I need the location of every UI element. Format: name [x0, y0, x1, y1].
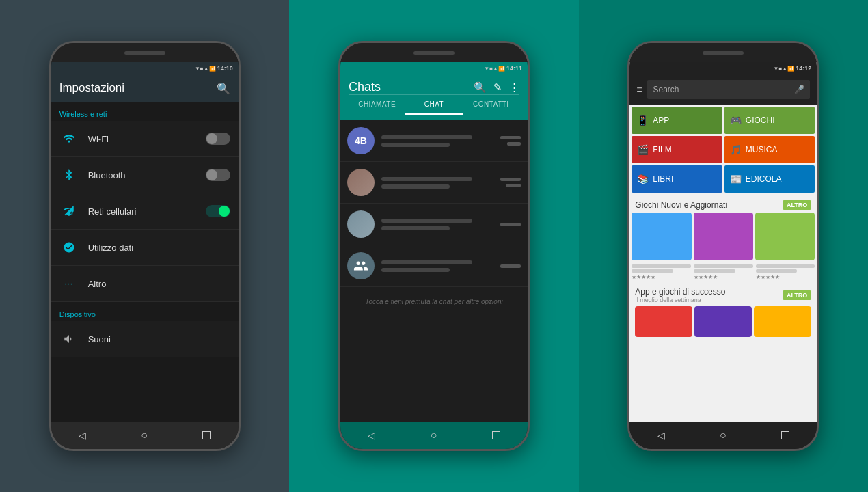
giochi-icon: 🎮 — [730, 115, 742, 126]
app-thumb-2[interactable] — [694, 306, 752, 337]
phone-screen-3: ▼■▲📶 14:12 ≡ Search 🎤 📱 APP — [629, 62, 817, 422]
chat-avatar-4 — [347, 252, 375, 279]
tab-contatti[interactable]: CONTATTI — [463, 95, 519, 115]
chat-line-3a — [381, 219, 472, 223]
app-label: APP — [653, 115, 669, 125]
settings-header: Impostazioni 🔍 — [51, 74, 239, 102]
status-time-2: 14:11 — [506, 65, 522, 72]
giochi-label: GIOCHI — [746, 115, 775, 125]
settings-item-altro[interactable]: ··· Altro — [51, 266, 239, 302]
bottom-nav-2: ◁ ○ — [340, 422, 528, 449]
chats-compose-icon[interactable]: ✎ — [493, 81, 502, 94]
apps-section-title: App e giochi di successo — [635, 287, 725, 297]
chats-body: 4B — [340, 120, 528, 422]
altro-label: Altro — [88, 279, 230, 289]
chats-search-icon[interactable]: 🔍 — [474, 81, 487, 94]
chat-line-2b — [381, 184, 450, 189]
game-stars-1: ★★★★★ — [632, 274, 691, 280]
wifi-toggle[interactable] — [206, 133, 230, 145]
game-item-1[interactable]: ★★★★★ — [632, 264, 691, 280]
home-button-3[interactable]: ○ — [720, 429, 727, 441]
recent-button-1[interactable] — [202, 431, 211, 439]
chat-item-2[interactable] — [340, 162, 528, 204]
apps-section-header-row: App e giochi di successo Il meglio della… — [635, 287, 811, 303]
recent-button-2[interactable] — [492, 431, 500, 439]
back-button-2[interactable]: ◁ — [368, 430, 375, 441]
game-stars-2: ★★★★★ — [694, 274, 753, 280]
chat-content-3 — [381, 219, 495, 230]
home-button-1[interactable]: ○ — [141, 429, 148, 441]
settings-item-wifi[interactable]: Wi-Fi — [51, 121, 239, 157]
store-mic-icon[interactable]: 🎤 — [794, 85, 804, 94]
phone-store: ▼■▲📶 14:12 ≡ Search 🎤 📱 APP — [627, 41, 819, 451]
settings-search-icon[interactable]: 🔍 — [217, 82, 230, 95]
game-line-3b — [756, 269, 798, 273]
libri-label: LIBRI — [653, 174, 673, 184]
phone-top-bar-2 — [340, 43, 528, 62]
games-section-header: Giochi Nuovi e Aggiornati ALTRO — [629, 195, 817, 213]
back-button-3[interactable]: ◁ — [657, 430, 665, 441]
back-button-1[interactable]: ◁ — [79, 430, 86, 441]
category-musica[interactable]: 🎵 MUSICA — [724, 136, 815, 163]
status-bar-2: ▼■▲📶 14:11 — [340, 62, 528, 74]
settings-item-datausage[interactable]: Utilizzo dati — [51, 230, 239, 266]
section-wireless-label: Wireless e reti — [51, 102, 239, 121]
games-altro-button[interactable]: ALTRO — [783, 200, 811, 210]
game-item-3[interactable]: ★★★★★ — [756, 264, 815, 280]
game-thumb-3[interactable] — [755, 213, 815, 260]
chat-meta-3 — [500, 223, 521, 226]
store-search-bar[interactable]: Search 🎤 — [647, 80, 810, 99]
category-edicola[interactable]: 📰 EDICOLA — [724, 165, 815, 193]
tab-chiamate[interactable]: CHIAMATE — [349, 95, 405, 115]
chats-more-icon[interactable]: ⋮ — [509, 81, 519, 94]
bluetooth-toggle[interactable] — [206, 169, 230, 181]
chat-time-3 — [500, 223, 521, 226]
store-header: ≡ Search 🎤 — [629, 74, 817, 105]
chat-badge-2 — [506, 184, 521, 187]
status-time-3: 14:12 — [796, 65, 811, 72]
game-item-2[interactable]: ★★★★★ — [694, 264, 753, 280]
chat-time-4 — [500, 264, 521, 268]
chat-time-2 — [500, 178, 521, 181]
chat-lines-1 — [381, 135, 495, 147]
game-thumb-2[interactable] — [694, 213, 753, 260]
settings-item-bluetooth[interactable]: Bluetooth — [51, 157, 239, 193]
tab-chat[interactable]: CHAT — [405, 95, 462, 115]
apps-bottom-grid — [635, 306, 811, 337]
chat-lines-3 — [381, 219, 495, 230]
chats-tabs: CHIAMATE CHAT CONTATTI — [349, 94, 519, 115]
chat-item-4[interactable] — [340, 245, 528, 287]
settings-item-suoni[interactable]: Suoni — [51, 321, 239, 357]
chat-time-1 — [500, 136, 521, 139]
phone-chats: ▼■▲📶 14:11 Chats 🔍 ✎ ⋮ CHIAMATE CHAT — [338, 41, 530, 451]
status-time-1: 14:10 — [217, 65, 233, 72]
app-thumb-3[interactable] — [754, 306, 811, 337]
chat-item-1[interactable]: 4B — [340, 120, 528, 162]
game-line-3a — [756, 264, 815, 268]
chat-meta-4 — [500, 264, 521, 268]
category-giochi[interactable]: 🎮 GIOCHI — [724, 107, 815, 134]
app-thumb-1[interactable] — [635, 306, 692, 337]
phone-speaker-1 — [124, 51, 165, 55]
store-category-grid: 📱 APP 🎮 GIOCHI 🎬 FILM 🎵 MUSICA — [629, 105, 817, 195]
home-button-2[interactable]: ○ — [431, 429, 437, 441]
bottom-nav-3: ◁ ○ — [629, 422, 817, 449]
chat-line-4b — [381, 268, 450, 272]
phone-screen-2: ▼■▲📶 14:11 Chats 🔍 ✎ ⋮ CHIAMATE CHAT — [340, 62, 528, 422]
chat-content-1 — [381, 135, 495, 147]
chat-meta-2 — [500, 178, 521, 187]
store-menu-icon[interactable]: ≡ — [636, 84, 642, 95]
apps-altro-button[interactable]: ALTRO — [783, 290, 811, 300]
chat-badge-1 — [507, 142, 521, 146]
apps-section-subtitle: Il meglio della settimana — [635, 297, 725, 303]
film-label: FILM — [653, 145, 671, 154]
chats-title: Chats — [349, 80, 381, 94]
category-app[interactable]: 📱 APP — [632, 107, 722, 134]
recent-button-3[interactable] — [781, 431, 789, 439]
chat-item-3[interactable] — [340, 204, 528, 245]
category-film[interactable]: 🎬 FILM — [632, 136, 722, 163]
cellular-toggle[interactable] — [206, 205, 230, 217]
game-thumb-1[interactable] — [632, 213, 691, 260]
category-libri[interactable]: 📚 LIBRI — [632, 165, 722, 193]
settings-item-cellular[interactable]: Reti cellulari — [51, 193, 239, 230]
